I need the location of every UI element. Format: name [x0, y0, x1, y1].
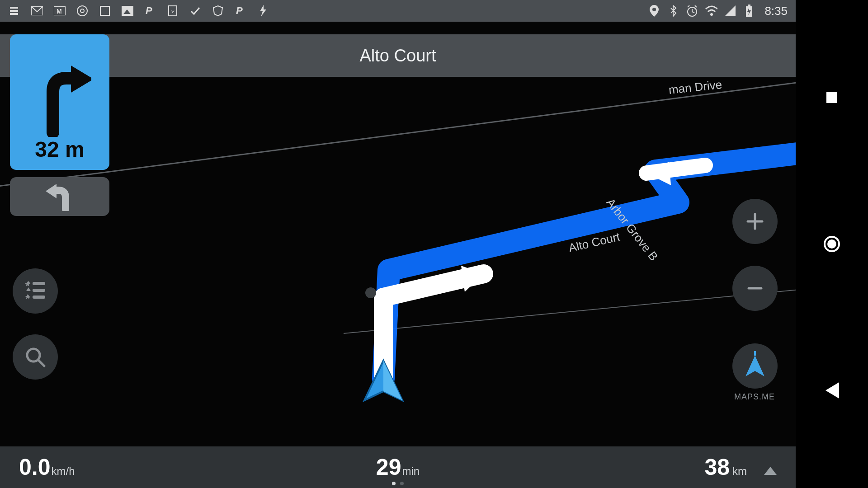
- svg-line-28: [695, 5, 697, 7]
- paypal-icon: P: [144, 5, 156, 17]
- svg-text:P: P: [236, 5, 243, 16]
- recent-apps-button[interactable]: [822, 88, 842, 108]
- svg-rect-32: [748, 5, 750, 6]
- app-icon: [8, 5, 21, 17]
- svg-rect-7: [10, 7, 18, 9]
- back-button[interactable]: [822, 380, 842, 400]
- svg-rect-15: [100, 6, 109, 15]
- svg-marker-38: [26, 287, 31, 291]
- battery-icon: [743, 5, 755, 17]
- svg-rect-19: [169, 6, 177, 16]
- map-canvas[interactable]: Alto Court Arbor Grove B man Drive: [0, 22, 796, 488]
- check-icon: [189, 5, 202, 17]
- svg-point-13: [77, 6, 87, 16]
- svg-text:M: M: [57, 8, 62, 15]
- chrome-icon: [76, 5, 89, 17]
- svg-text:★: ★: [24, 281, 31, 288]
- svg-line-26: [692, 12, 694, 13]
- eta-unit: min: [402, 465, 420, 478]
- svg-rect-9: [10, 13, 18, 15]
- eta-metric: 29min: [376, 454, 420, 480]
- bluetooth-icon: [667, 5, 679, 17]
- bolt-icon: [257, 5, 269, 17]
- speed-value: 0.0: [19, 455, 51, 480]
- plus-icon: [745, 211, 765, 231]
- speed-unit: km/h: [52, 465, 75, 477]
- turn-right-icon: [28, 60, 91, 137]
- turn-left-icon: [44, 182, 75, 211]
- download-icon: [166, 5, 179, 17]
- svg-rect-52: [826, 92, 837, 103]
- bookmarks-icon: ★ ★: [24, 281, 47, 301]
- search-button[interactable]: [13, 334, 58, 380]
- zoom-out-button[interactable]: [732, 266, 778, 311]
- svg-rect-37: [33, 282, 45, 285]
- page-indicator: [392, 482, 404, 485]
- photo-icon: [121, 5, 134, 17]
- zoom-in-button[interactable]: [732, 199, 778, 244]
- svg-rect-41: [33, 296, 45, 299]
- next-turn-card[interactable]: 32 m: [10, 34, 109, 170]
- svg-marker-30: [725, 5, 736, 16]
- distance-value: 38: [704, 454, 730, 480]
- shield-icon: [212, 5, 224, 17]
- distance-unit: km: [732, 465, 747, 478]
- svg-marker-55: [826, 382, 839, 399]
- location-icon: [648, 5, 660, 17]
- bookmarks-button[interactable]: ★ ★: [13, 268, 58, 314]
- svg-point-29: [710, 13, 713, 16]
- eta-value: 29: [376, 454, 401, 480]
- status-clock: 8:35: [764, 4, 788, 18]
- svg-point-23: [652, 8, 656, 11]
- signal-icon: [724, 5, 736, 17]
- distance-metric: 38km: [704, 454, 777, 480]
- mail-icon: [31, 5, 43, 17]
- street-name-bar[interactable]: Alto Court: [0, 34, 796, 77]
- svg-marker-50: [745, 356, 764, 376]
- svg-marker-20: [171, 8, 175, 13]
- compass-icon: [743, 351, 767, 381]
- svg-line-27: [688, 5, 689, 7]
- speed-metric: 0.0km/h: [19, 454, 75, 480]
- street-name-label: Alto Court: [360, 46, 436, 66]
- svg-rect-49: [754, 351, 756, 356]
- svg-point-54: [827, 239, 836, 249]
- search-icon: [24, 346, 46, 368]
- home-button[interactable]: [822, 234, 842, 254]
- svg-point-4: [365, 287, 376, 298]
- square-icon: [99, 5, 111, 17]
- compass-button[interactable]: [732, 343, 778, 389]
- svg-line-45: [38, 360, 44, 366]
- svg-rect-8: [10, 10, 18, 12]
- svg-rect-39: [33, 289, 45, 292]
- svg-text:P: P: [146, 5, 152, 16]
- svg-text:★: ★: [24, 293, 31, 300]
- minus-icon: [745, 278, 765, 298]
- svg-marker-34: [71, 66, 91, 93]
- android-nav-bar: [796, 0, 868, 488]
- trip-status-bar[interactable]: 0.0km/h 29min 38km: [0, 446, 796, 488]
- turn-distance: 32 m: [35, 137, 84, 162]
- svg-point-14: [80, 9, 84, 13]
- android-status-bar: M P P 8:35: [0, 0, 796, 22]
- following-turn-card[interactable]: [10, 177, 109, 216]
- paypal2-icon: P: [234, 5, 247, 17]
- svg-marker-51: [764, 467, 777, 475]
- svg-marker-35: [46, 184, 57, 198]
- expand-icon[interactable]: [764, 467, 777, 477]
- alarm-icon: [686, 5, 698, 17]
- compass-label: MAPS.ME: [731, 392, 778, 402]
- svg-marker-22: [260, 5, 266, 17]
- gmail-icon: M: [53, 5, 66, 17]
- wifi-icon: [705, 5, 717, 17]
